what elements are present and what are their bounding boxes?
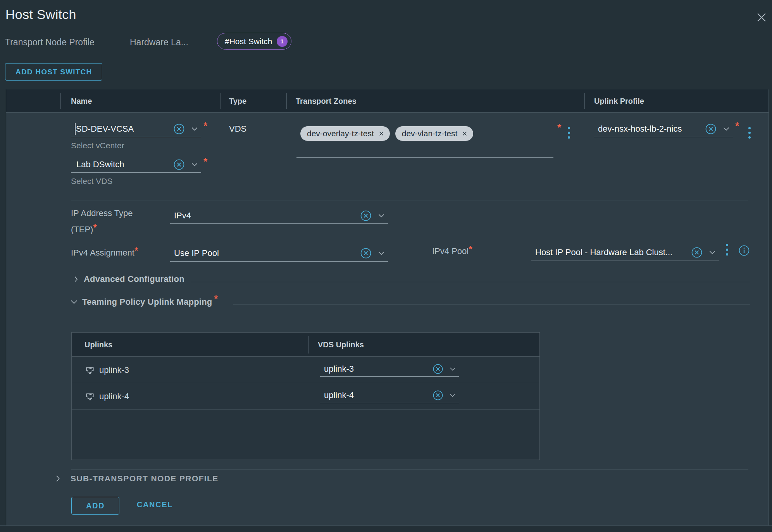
row-divider [72,409,539,410]
tep-label: (TEP) [71,225,93,234]
uplink-profile-menu-icon[interactable] [748,126,751,139]
uplink-name: uplink-4 [99,391,129,402]
uplink-name: uplink-3 [99,365,129,375]
section-divider [71,469,748,470]
row-divider [72,383,539,383]
chevron-down-icon[interactable] [190,160,200,170]
type-value: VDS [229,124,246,134]
chevron-down-icon[interactable] [707,247,717,257]
section-rule [233,304,750,305]
add-host-switch-button[interactable]: ADD HOST SWITCH [5,63,102,81]
uplink-row-label: uplink-3 [84,365,129,376]
cancel-button[interactable]: CANCEL [137,500,173,509]
required-marker: * [557,122,561,132]
ipv4-assignment-field[interactable]: Use IP Pool [170,245,388,262]
column-header-uplink-profile: Uplink Profile [594,96,644,105]
bottom-strip [0,525,772,532]
column-separator [584,93,585,109]
advanced-configuration-label: Advanced Configuration [84,274,184,284]
ipv4-pool-label: IPv4 Pool* [432,244,472,256]
host-switch-grid: Name Type Transport Zones Uplink Profile… [6,89,769,525]
column-header-vds-uplinks: VDS Uplinks [318,340,364,349]
chevron-down-icon[interactable] [448,364,457,374]
transport-zone-chip: dev-vlan-tz-test [395,126,474,141]
uplink-profile-value: dev-nsx-host-lb-2-nics [598,124,704,134]
chip-label: dev-overlay-tz-test [307,129,374,138]
chevron-down-icon [69,297,79,307]
text-caret [75,123,76,135]
transport-zones-field[interactable]: dev-overlay-tz-test dev-vlan-tz-test [300,126,473,141]
transport-zones-menu-icon[interactable] [567,126,571,139]
required-marker: * [203,156,207,166]
column-separator [221,93,221,109]
vds-uplink-value: uplink-4 [324,390,432,400]
vds-select-value: Lab DSwitch [75,160,172,170]
column-header-uplinks: Uplinks [84,340,112,349]
tab-host-switch-label: #Host Switch [225,37,272,46]
transport-zones-underline [296,157,553,158]
ipv4-pool-label-text: IPv4 Pool [432,246,469,256]
ipv4-pool-value: Host IP Pool - Hardware Lab Clust... [535,247,690,257]
chevron-down-icon[interactable] [376,248,386,258]
ip-address-type-field[interactable]: IPv4 [170,208,388,224]
column-header-transport-zones: Transport Zones [296,96,357,105]
vcenter-select-field[interactable]: SD-DEV-VCSA [71,121,201,137]
clear-icon[interactable] [705,123,717,135]
host-switch-dialog: Host Switch Transport Node Profile Hardw… [0,0,772,532]
chip-remove-icon[interactable] [462,130,468,137]
chevron-down-icon[interactable] [721,124,731,134]
chip-remove-icon[interactable] [378,130,384,137]
ethernet-port-icon [84,391,95,402]
ipv4-pool-field[interactable]: Host IP Pool - Hardware Lab Clust... [531,244,719,261]
required-marker: * [93,222,96,233]
section-divider [71,201,748,201]
chevron-right-icon [72,275,80,283]
add-button[interactable]: ADD [71,497,119,515]
vcenter-helper-text: Select vCenter [71,141,124,150]
ipv4-pool-menu-icon[interactable] [725,243,729,256]
clear-icon[interactable] [433,364,443,374]
required-marker: * [735,121,739,131]
column-header-name: Name [71,96,92,105]
chip-label: dev-vlan-tz-test [402,129,458,138]
ipv4-assignment-label-text: IPv4 Assignment [71,248,134,257]
column-separator [308,336,309,354]
vds-uplink-select[interactable]: uplink-3 [320,361,459,377]
teaming-table-header: Uplinks VDS Uplinks [72,333,539,357]
column-header-type: Type [229,96,246,105]
teaming-policy-label: Teaming Policy Uplink Mapping [82,297,212,307]
ip-address-type-label-line1: IP Address Type [71,208,133,218]
clear-icon[interactable] [433,390,443,401]
vcenter-select-value: SD-DEV-VCSA [76,124,172,134]
required-marker: * [214,293,217,304]
chevron-down-icon[interactable] [376,211,386,221]
vds-helper-text: Select VDS [71,177,112,186]
sub-transport-node-profile-toggle[interactable]: SUB-TRANSPORT NODE PROFILE [53,474,219,483]
vds-uplink-value: uplink-3 [324,364,432,374]
uplink-profile-field[interactable]: dev-nsx-host-lb-2-nics [594,121,733,137]
clear-icon[interactable] [360,210,372,221]
column-separator [286,93,287,109]
vds-select-field[interactable]: Lab DSwitch [71,156,201,173]
clear-icon[interactable] [360,247,372,259]
tab-transport-node-profile[interactable]: Transport Node Profile [5,37,95,48]
sub-transport-node-profile-label: SUB-TRANSPORT NODE PROFILE [71,474,219,483]
vds-uplink-select[interactable]: uplink-4 [320,388,459,403]
uplink-row-label: uplink-4 [84,391,129,402]
teaming-policy-toggle[interactable]: Teaming Policy Uplink Mapping * [69,297,218,307]
ip-address-type-label-line2: (TEP)* [71,222,97,235]
transport-zone-chip: dev-overlay-tz-test [300,126,390,141]
tab-host-switch[interactable]: #Host Switch 1 [217,33,291,50]
clear-icon[interactable] [691,247,703,258]
clear-icon[interactable] [173,159,185,170]
close-icon[interactable] [755,11,768,24]
advanced-configuration-toggle[interactable]: Advanced Configuration [72,274,184,284]
required-marker: * [203,121,207,131]
chevron-down-icon[interactable] [448,391,457,400]
info-icon[interactable] [738,245,750,256]
chevron-down-icon[interactable] [190,124,200,134]
clear-icon[interactable] [173,123,185,135]
column-separator [60,93,61,109]
ethernet-port-icon [84,365,95,376]
tab-hardware-la[interactable]: Hardware La... [130,37,188,48]
